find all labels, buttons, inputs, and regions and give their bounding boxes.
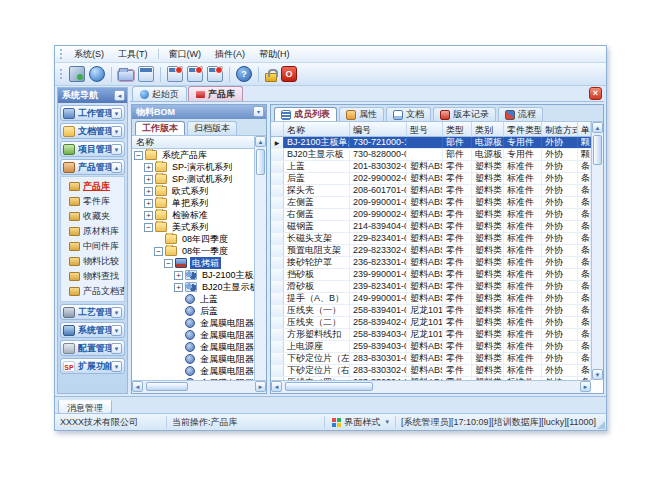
mail-badge-icon[interactable] (167, 66, 183, 82)
scroll-thumb[interactable] (285, 382, 373, 391)
table-row[interactable]: 后盖202-990002-01E塑料ABS零件塑料类标准件外协条 (271, 173, 591, 185)
column-header-名称[interactable]: 名称 (284, 122, 350, 137)
tree-node[interactable]: +SP-测试机系列 (132, 173, 254, 185)
expand-icon[interactable]: + (144, 211, 153, 220)
expand-icon[interactable]: + (144, 187, 153, 196)
table-row[interactable]: 压线夹（一）258-839401-00E尼龙1010零件塑料类标准件外协条 (271, 305, 591, 317)
menu-item[interactable]: 系统(S) (67, 46, 111, 63)
tree-node[interactable]: −系统产品库 (132, 149, 254, 161)
table-row[interactable]: ▶BJ-2100主板单点730-721000-12E部件电源板专用件外协颗 (271, 137, 591, 149)
sidebar-item[interactable]: 零件库 (61, 194, 124, 209)
table-row[interactable]: 接砂轮护罩236-823301-00E塑料ABS零件塑料类标准件外协条 (271, 257, 591, 269)
chevron-down-icon[interactable]: ▼ (111, 343, 122, 354)
drag-handle[interactable] (60, 69, 63, 79)
tab-产品库[interactable]: 产品库 (188, 86, 243, 101)
chevron-down-icon[interactable]: ▼ (111, 307, 122, 318)
sidebar-item[interactable]: 中间件库 (61, 239, 124, 254)
chevron-up-icon[interactable]: ▲ (111, 162, 122, 173)
chevron-down-icon[interactable]: ▼ (111, 361, 122, 372)
scroll-thumb[interactable] (146, 382, 188, 391)
expand-icon[interactable]: + (174, 283, 183, 292)
table-row[interactable]: BJ20主显示板730-828000-04E部件电源板专用件外协颗 (271, 149, 591, 161)
chevron-down-icon[interactable]: ▼ (111, 108, 122, 119)
table-vertical-scrollbar[interactable]: ▲ ▼ (591, 122, 603, 380)
sidebar-item[interactable]: 原材料库 (61, 224, 124, 239)
workspace-icon[interactable] (69, 66, 85, 82)
sidebar-item[interactable]: 收藏夹 (61, 209, 124, 224)
tree-node[interactable]: 金属膜电阻器 (132, 365, 254, 377)
scroll-thumb[interactable] (593, 135, 602, 165)
tree-node[interactable]: 金属膜电阻器 (132, 329, 254, 341)
column-header-制造方式[interactable]: 制造方式 (542, 122, 578, 137)
tab-版本记录[interactable]: 版本记录 (433, 107, 496, 121)
drag-handle[interactable] (60, 49, 63, 59)
tab-工作版本[interactable]: 工作版本 (135, 121, 185, 135)
scroll-right-icon[interactable]: ► (255, 381, 266, 392)
menu-item[interactable]: 窗口(W) (162, 46, 209, 63)
table-horizontal-scrollbar[interactable]: ◄ ► (271, 380, 591, 393)
resize-grip[interactable] (597, 421, 605, 429)
column-header-型号[interactable]: 型号 (407, 122, 443, 137)
exit-icon[interactable] (281, 66, 297, 82)
tab-起始页[interactable]: 起始页 (132, 86, 187, 101)
pin-icon[interactable]: ▾ (253, 106, 264, 117)
tree-column-header[interactable]: 名称 (132, 136, 266, 149)
help-icon[interactable] (236, 66, 252, 82)
collapse-icon[interactable]: − (154, 247, 163, 256)
scroll-thumb[interactable] (256, 149, 265, 175)
sidebar-item[interactable]: 物料比较 (61, 254, 124, 269)
tree-node[interactable]: +BJ-2100主板单点 (132, 269, 254, 281)
tree-node[interactable]: 后盖 (132, 305, 254, 317)
table-row[interactable]: 长磁头支架229-823401-00E塑料ABS零件塑料类标准件外协条 (271, 233, 591, 245)
tree-node[interactable]: +SP-演示机系列 (132, 161, 254, 173)
table-row[interactable]: 左侧盖209-990001-01E塑料ABS零件塑料类标准件外协条 (271, 197, 591, 209)
sidebar-section-process[interactable]: 工艺管理▼ (60, 304, 125, 320)
tree-node[interactable]: 上盖 (132, 293, 254, 305)
tab-属性[interactable]: 属性 (339, 107, 384, 121)
tree-node[interactable]: +检验标准 (132, 209, 254, 221)
expand-icon[interactable]: + (144, 163, 153, 172)
collapse-icon[interactable]: − (144, 223, 153, 232)
folder-open-icon[interactable] (118, 70, 134, 81)
web-icon[interactable] (89, 66, 105, 82)
tree-node[interactable]: 金属膜电阻器 (132, 317, 254, 329)
collapse-arrow-icon[interactable]: ◄ (114, 90, 125, 101)
sidebar-item[interactable]: 产品文档查找 (61, 284, 124, 299)
column-header-类别[interactable]: 类别 (472, 122, 504, 137)
tree-horizontal-scrollbar[interactable]: ◄ ► (132, 380, 266, 393)
column-header-零件类型[interactable]: 零件类型 (504, 122, 542, 137)
sidebar-item[interactable]: 产品库 (61, 179, 124, 194)
tree-node[interactable]: 金属膜电阻器 (132, 353, 254, 365)
table-row[interactable]: 挡砂板239-990001-01E塑料ABS零件塑料类标准件外协条 (271, 269, 591, 281)
tab-流程[interactable]: 流程 (498, 107, 543, 121)
sidebar-section-work[interactable]: 工作管理▼ (60, 105, 125, 121)
expand-icon[interactable]: + (144, 199, 153, 208)
expand-icon[interactable]: + (144, 175, 153, 184)
tab-成员列表[interactable]: 成员列表 (274, 107, 337, 121)
tab-归档版本[interactable]: 归档版本 (187, 121, 237, 135)
table-row[interactable]: 滑砂板239-823401-00E塑料ABS零件塑料类标准件外协条 (271, 281, 591, 293)
tree-node[interactable]: +BJ20主显示板 (132, 281, 254, 293)
table-row[interactable]: 下砂定位片（右）283-830302-00E塑料ABS零件塑料类标准件外协条 (271, 365, 591, 377)
tree-vertical-scrollbar[interactable]: ▲ (254, 136, 266, 380)
table-row[interactable]: 预置电阻支架229-823302-00E塑料ABS零件塑料类标准件外协条 (271, 245, 591, 257)
tree-node[interactable]: −08年一季度 (132, 245, 254, 257)
tab-文档[interactable]: 文档 (386, 107, 431, 121)
chevron-down-icon[interactable]: ▼ (111, 144, 122, 155)
tree-node[interactable]: +单把系列 (132, 197, 254, 209)
table-row[interactable]: 上电源座259-839403-00E塑料ABS零件塑料类标准件外协条 (271, 341, 591, 353)
tree-node[interactable]: +欧式系列 (132, 185, 254, 197)
column-header-编号[interactable]: 编号 (350, 122, 407, 137)
table-row[interactable]: 右侧盖209-990002-01E塑料ABS零件塑料类标准件外协条 (271, 209, 591, 221)
scroll-up-icon[interactable]: ▲ (255, 136, 266, 147)
scroll-up-icon[interactable]: ▲ (592, 122, 603, 133)
table-row[interactable]: 下砂定位片（左）283-830301-00E塑料ABS零件塑料类标准件外协条 (271, 353, 591, 365)
sidebar-section-product[interactable]: 产品管理▲ (60, 159, 125, 175)
menu-item[interactable]: 工具(T) (111, 46, 155, 63)
table-row[interactable]: 上盖201-830302-00E塑料ABS零件塑料类标准件外协条 (271, 161, 591, 173)
table-row[interactable]: 方形塑料线扣258-839403-00E尼龙1010零件塑料类标准件外协条 (271, 329, 591, 341)
sidebar-section-system[interactable]: 系统管理▼ (60, 322, 125, 338)
tree-node[interactable]: −美式系列 (132, 221, 254, 233)
sidebar-item[interactable]: 物料查找 (61, 269, 124, 284)
sidebar-section-config[interactable]: 配置管理▼ (60, 340, 125, 356)
